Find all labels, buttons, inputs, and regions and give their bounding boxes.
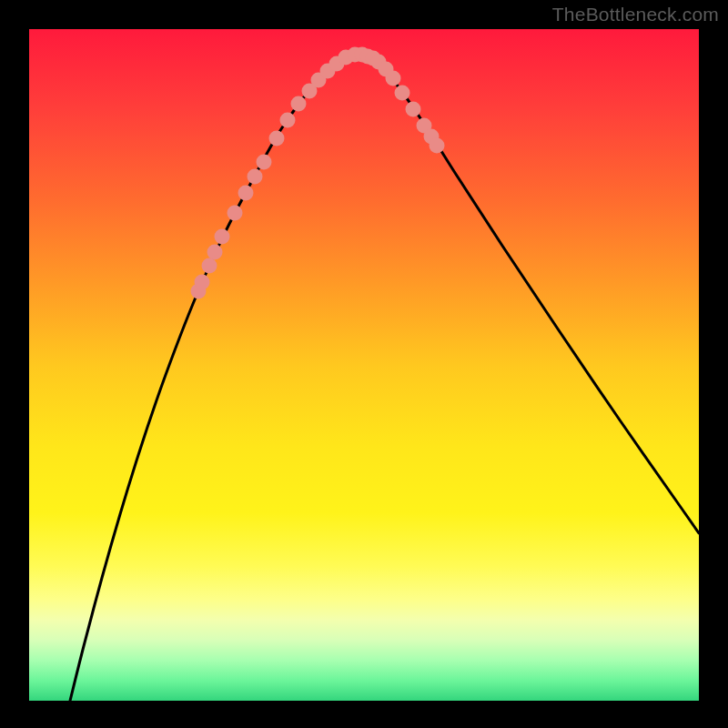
marker-dot [280,113,296,128]
marker-dot [195,275,210,290]
marker-dot [248,169,263,185]
marker-dot [238,186,254,201]
marker-dot [386,71,401,86]
chart-frame: TheBottleneck.com [0,0,728,728]
bottleneck-curve [70,54,699,701]
marker-dot [291,96,307,112]
marker-dot [430,138,445,154]
marker-dot [228,206,243,221]
watermark-text: TheBottleneck.com [552,4,719,25]
marker-dot [202,258,217,274]
marker-band [191,47,445,299]
marker-dot [207,245,223,260]
marker-dot [257,155,272,170]
marker-dot [215,229,230,245]
plot-area [29,29,699,701]
chart-svg [29,29,699,701]
marker-dot [406,102,421,117]
marker-dot [269,131,285,147]
marker-dot [395,86,410,101]
